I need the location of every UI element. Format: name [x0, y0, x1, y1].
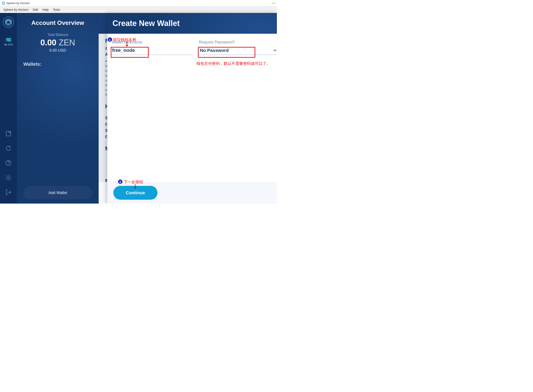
balance-sub-value: 0.00: [49, 48, 57, 52]
create-wallet-modal: Create New Wallet Wallet Nickname Requir…: [107, 13, 277, 204]
app-icon: [2, 1, 5, 5]
balance-main: 0.00 ZEN: [23, 38, 92, 47]
svg-line-11: [6, 175, 7, 176]
sidebar-heading: Account Overview: [23, 19, 92, 26]
window-title: Sphere by Horizen: [6, 1, 30, 5]
window-titlebar: Sphere by Horizen —: [0, 0, 277, 6]
continue-button[interactable]: Continue: [113, 186, 157, 200]
nickname-label: Wallet Nickname: [111, 40, 195, 45]
app-logo[interactable]: [3, 16, 14, 28]
svg-point-0: [2, 2, 5, 5]
settings-icon[interactable]: [5, 174, 12, 181]
nav-rail: My ZEN: [0, 13, 17, 204]
balance-value: 0.00: [40, 38, 57, 47]
chevron-down-icon: [273, 48, 277, 53]
wallets-label: Wallets:: [23, 61, 92, 67]
bookmark-icon[interactable]: [5, 130, 12, 137]
window-minimize-button[interactable]: —: [272, 1, 275, 5]
help-icon[interactable]: [5, 159, 12, 166]
svg-line-13: [10, 175, 11, 176]
svg-rect-3: [6, 131, 11, 136]
balance-label: Total Balance: [23, 33, 92, 37]
balance-currency: ZEN: [59, 38, 75, 47]
sidebar-overview: Account Overview Total Balance 0.00 ZEN …: [17, 13, 99, 204]
wallet-icon: [5, 36, 12, 43]
require-password-value: No Password: [200, 48, 229, 53]
balance-sub: 0.00 USD: [23, 48, 92, 53]
svg-point-5: [8, 164, 9, 164]
svg-line-14: [6, 179, 7, 180]
wallet-nickname-input[interactable]: [111, 46, 193, 55]
modal-title: Create New Wallet: [113, 19, 180, 28]
require-password-select[interactable]: No Password: [198, 46, 277, 55]
horizen-logo-icon: [5, 18, 12, 26]
menu-tools[interactable]: Tools: [51, 7, 62, 12]
menubar: Sphere by Horizen Edit Help Tools: [0, 6, 277, 13]
svg-line-12: [10, 179, 11, 180]
nav-my-zen-label: My ZEN: [4, 43, 13, 46]
balance-sub-currency: USD: [58, 48, 66, 52]
nav-my-zen[interactable]: My ZEN: [4, 36, 13, 46]
menu-edit[interactable]: Edit: [31, 7, 40, 12]
modal-header: Create New Wallet: [107, 13, 277, 34]
svg-point-6: [8, 177, 10, 179]
sync-icon[interactable]: [5, 145, 12, 152]
modal-footer: Continue: [107, 182, 277, 204]
svg-point-2: [9, 39, 10, 40]
logout-icon[interactable]: [5, 189, 12, 196]
password-label: Require Password?: [198, 40, 277, 45]
menu-app[interactable]: Sphere by Horizen: [1, 7, 31, 12]
menu-help[interactable]: Help: [40, 7, 51, 12]
add-wallet-button[interactable]: Add Wallet: [23, 186, 92, 199]
